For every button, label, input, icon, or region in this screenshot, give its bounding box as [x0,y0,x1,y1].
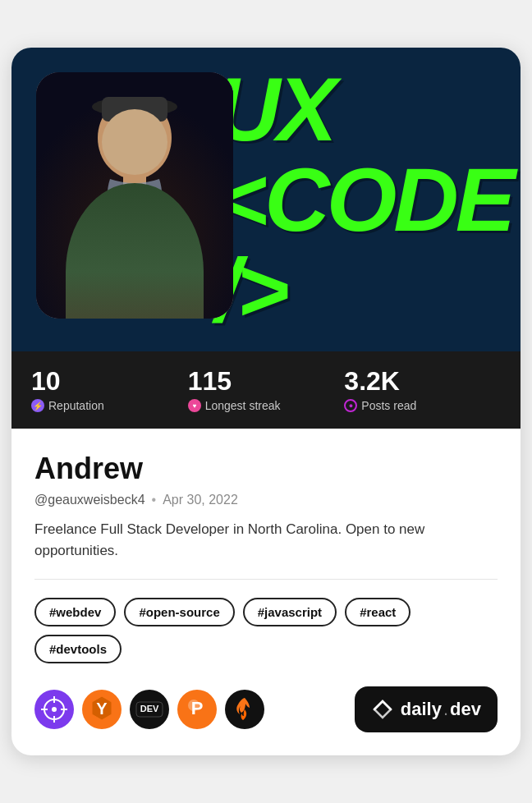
flame-badge [225,690,264,729]
tag-react[interactable]: #react [345,598,410,626]
profile-name: Andrew [34,452,498,486]
svg-rect-8 [123,174,146,199]
streak-label-text: Longest streak [205,399,281,412]
profile-bio: Freelance Full Stack Developer in North … [34,519,498,561]
svg-point-9 [77,187,192,319]
avatar-image [36,72,233,319]
stat-posts-read: 3.2K ● Posts read [344,368,501,412]
profile-card: UX <CODE /> [11,48,521,755]
profile-divider [34,579,498,580]
stat-streak-label: ♥ Longest streak [188,399,345,412]
product-hunt-badge: P [177,690,217,729]
stat-streak: 115 ♥ Longest streak [188,368,345,412]
tag-javascript[interactable]: #javascript [243,598,337,626]
svg-text:P: P [191,698,204,718]
stat-streak-value: 115 [188,368,345,394]
svg-text:DEV: DEV [140,704,159,714]
tags-section: #webdev #open-source #javascript #react … [11,598,521,663]
hero-line-1: UX [215,64,512,154]
svg-rect-1 [36,72,233,319]
hero-line-3: /> [215,245,512,335]
profile-section: Andrew @geauxweisbeck4 • Apr 30, 2022 Fr… [11,429,521,580]
hexagon-badge: Y [82,690,122,729]
tag-webdev[interactable]: #webdev [34,598,116,626]
footer: Y DEV P [11,686,521,755]
profile-meta: @geauxweisbeck4 • Apr 30, 2022 [34,493,498,507]
hero-bg-text: UX <CODE /> [215,64,512,335]
reputation-label-text: Reputation [48,399,104,412]
dev-text: dev [450,699,481,720]
stats-bar: 10 ⚡ Reputation 115 ♥ Longest streak 3.2… [11,351,521,429]
avatar-wrapper [36,72,233,319]
posts-read-icon: ● [344,399,357,412]
posts-read-label-text: Posts read [361,399,416,412]
stat-reputation: 10 ⚡ Reputation [31,368,188,412]
svg-rect-5 [110,136,128,149]
svg-text:Y: Y [96,700,108,718]
badges-row: Y DEV P [34,690,264,729]
streak-icon: ♥ [188,399,201,412]
svg-point-20 [52,707,57,712]
daily-text: daily [401,699,442,720]
profile-separator: • [152,493,157,507]
reputation-icon: ⚡ [31,399,44,412]
stat-posts-read-value: 3.2K [344,368,501,394]
stat-posts-read-label: ● Posts read [344,399,501,412]
hero-line-2: <CODE [215,154,512,245]
daily-dev-text: daily.dev [401,699,481,720]
stat-reputation-value: 10 [31,368,188,394]
dev-badge: DEV [130,690,169,729]
svg-text:♥: ♥ [192,402,196,410]
profile-joined-date: Apr 30, 2022 [163,493,238,507]
tag-devtools[interactable]: #devtools [34,635,122,663]
svg-rect-6 [141,136,159,149]
tag-open-source[interactable]: #open-source [124,598,234,626]
hero-banner: UX <CODE /> [11,48,521,351]
avatar [36,72,233,319]
crosshair-badge [34,690,74,729]
daily-dev-logo: daily.dev [355,686,498,732]
svg-rect-11 [108,200,161,249]
stat-reputation-label: ⚡ Reputation [31,399,188,412]
profile-username: @geauxweisbeck4 [34,493,145,507]
dot-text: . [443,699,448,720]
svg-point-10 [106,191,163,265]
daily-dev-logo-icon [371,698,394,721]
svg-rect-4 [102,97,167,122]
